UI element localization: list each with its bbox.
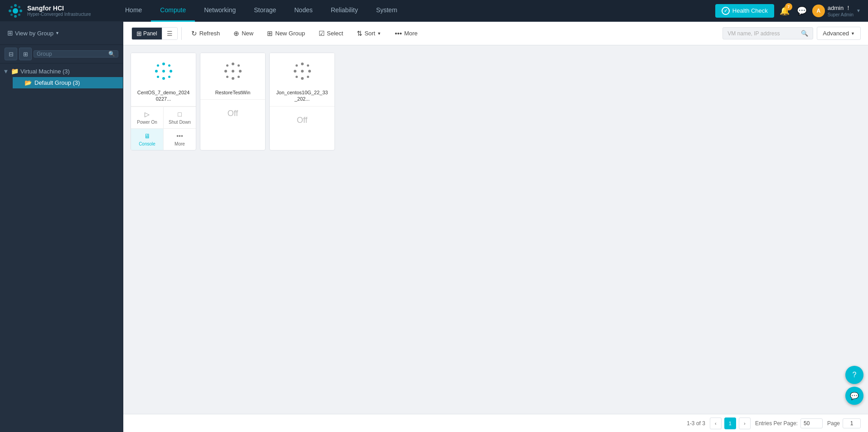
refresh-button[interactable]: ↻ Refresh [185,26,226,41]
tree-default-group[interactable]: ▶ 📂 Default Group (3) [13,77,123,88]
vm-card-1[interactable]: CentOS_7_demo_20240227... ▷ Power On □ S… [131,53,196,150]
vm-search-box: 🔍 [723,27,813,39]
view-by-group-icon: ⊞ [7,29,13,37]
user-info[interactable]: A admin ！ Super Admin ▼ [812,4,861,17]
more-icon: ••• [395,29,402,37]
toolbar: ⊞ Panel ☰ ↻ Refresh ⊕ New ⊞ New Group [123,22,868,45]
more-button[interactable]: ••• More [389,26,423,40]
svg-point-18 [232,70,234,73]
console-icon: 🖥 [144,132,150,140]
sort-label: Sort [364,30,375,37]
vm-console-button[interactable]: 🖥 Console [131,129,164,150]
more-label: More [404,30,418,37]
float-help-button[interactable]: ? [845,366,863,384]
page-number-input[interactable] [843,418,861,428]
svg-point-21 [224,70,227,73]
sidebar-search-box: 🔍 [34,50,118,58]
entries-per-page: Entries Per Page: 10 20 50 100 [755,418,823,428]
svg-point-4 [19,10,22,12]
sidebar-tree: ▼ 📁 Virtual Machine (3) ▶ 📂 Default Grou… [0,63,123,432]
svg-point-10 [162,63,165,65]
panel-icon: ⊞ [136,30,142,37]
tree-group-label: Default Group (3) [34,79,80,86]
bell-count: 7 [785,3,792,10]
prev-page-button[interactable]: ‹ [710,417,722,429]
nav-reliability[interactable]: Reliability [322,0,367,22]
sort-icon: ⇅ [357,29,363,38]
vm-card-3[interactable]: Jon_centos10G_22_33_202... Off [269,53,335,150]
vm-shut-down-button[interactable]: □ Shut Down [164,107,196,128]
advanced-button[interactable]: Advanced ▼ [817,27,861,40]
logo-text: Sangfor HCI Hyper-Converged Infrastructu… [27,5,91,17]
entries-per-page-select[interactable]: 10 20 50 100 [800,418,823,428]
nav-storage[interactable]: Storage [245,0,285,22]
bell-notification[interactable]: 🔔 7 [780,6,790,16]
new-button[interactable]: ⊕ New [228,26,259,41]
svg-point-5 [10,6,13,8]
nav-system[interactable]: System [367,0,407,22]
health-check-label: Health Check [732,7,768,14]
svg-point-1 [14,4,17,7]
vm-status-icon-2 [222,60,244,86]
sangfor-logo-icon [7,3,24,19]
new-label: New [242,30,253,37]
page-1-button[interactable]: 1 [724,417,736,429]
search-icon: 🔍 [108,51,115,57]
nav-home[interactable]: Home [116,0,151,22]
vm-name-1: CentOS_7_demo_20240227... [136,89,190,102]
logo-area: Sangfor HCI Hyper-Converged Infrastructu… [7,3,98,19]
folder-yellow-icon: 📂 [24,79,32,86]
app-title: Sangfor HCI [27,5,91,12]
new-icon: ⊕ [233,29,239,38]
new-group-button[interactable]: ⊞ New Group [261,26,311,41]
sidebar-toolbar: ⊟ ⊞ 🔍 [0,45,123,63]
svg-point-33 [307,64,309,67]
tree-root-label: Virtual Machine (3) [20,68,70,75]
health-check-button[interactable]: ✓ Health Check [715,4,774,18]
main-layout: ⊞ View by Group ▼ ⊟ ⊞ 🔍 ▼ 📁 Virtual Mach… [0,22,868,432]
view-by-group-label: View by Group [15,30,53,37]
svg-point-30 [294,70,296,73]
view-by-group-button[interactable]: ⊞ View by Group ▼ [5,27,62,39]
refresh-label: Refresh [199,30,220,37]
vm-search-input[interactable] [727,30,798,37]
sidebar-search-input[interactable] [37,51,107,57]
vm-name-3: Jon_centos10G_22_33_202... [275,89,329,102]
vm-card-2[interactable]: RestoreTestWin Off [200,53,266,150]
health-check-icon: ✓ [722,7,730,15]
vm-more-action-button[interactable]: ••• More [164,129,196,150]
nav-networking[interactable]: Networking [195,0,245,22]
list-view-button[interactable]: ☰ [162,28,177,39]
panel-view-button[interactable]: ⊞ Panel [132,28,162,39]
float-chat-button[interactable]: 💬 [845,387,863,405]
view-toggle: ⊞ Panel ☰ [131,27,178,40]
message-notification[interactable]: 💬 [797,6,807,16]
sort-button[interactable]: ⇅ Sort ▼ [351,26,387,41]
refresh-icon: ↻ [191,29,197,38]
svg-point-35 [307,76,309,78]
expand-all-button[interactable]: ⊞ [19,48,32,60]
user-avatar: A [812,5,825,17]
nav-compute[interactable]: Compute [151,0,195,22]
next-page-button[interactable]: › [739,417,751,429]
floating-support: ? 💬 [845,366,863,405]
vm-area: CentOS_7_demo_20240227... ▷ Power On □ S… [123,45,868,414]
toolbar-divider-1 [181,27,182,40]
collapse-all-button[interactable]: ⊟ [5,48,17,60]
user-chevron-icon: ▼ [856,8,861,13]
svg-point-25 [226,76,228,78]
expand-icon: ⊞ [23,51,28,58]
svg-point-27 [301,70,304,73]
vm-action-row-1b: 🖥 Console ••• More [131,128,196,150]
svg-point-15 [168,64,170,67]
svg-point-32 [296,64,298,67]
svg-point-19 [232,63,234,65]
vm-name-2: RestoreTestWin [215,89,251,96]
select-button[interactable]: ☑ Select [313,26,349,41]
content-area: ⊞ Panel ☰ ↻ Refresh ⊕ New ⊞ New Group [123,22,868,432]
nav-nodes[interactable]: Nodes [285,0,321,22]
tree-root-vm[interactable]: ▼ 📁 Virtual Machine (3) [0,65,123,77]
vm-power-on-button[interactable]: ▷ Power On [131,107,164,128]
advanced-label: Advanced [823,30,849,37]
view-by-group-chevron: ▼ [55,31,59,35]
